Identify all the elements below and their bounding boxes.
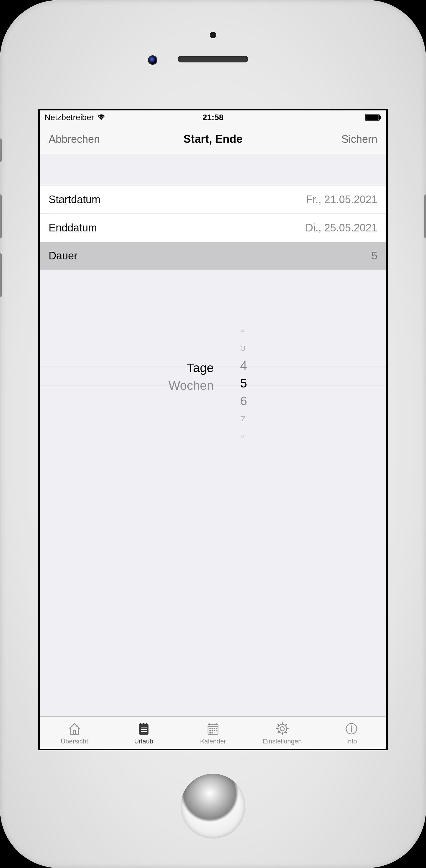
info-icon	[343, 720, 360, 737]
tab-vacation[interactable]: Urlaub	[109, 717, 178, 749]
sensor-dot	[210, 32, 216, 38]
side-button	[0, 138, 2, 162]
end-date-value: Di., 25.05.2021	[305, 222, 377, 234]
tab-label: Urlaub	[134, 738, 153, 745]
tab-label: Übersicht	[61, 738, 88, 745]
picker-number-option[interactable]: 8	[240, 433, 245, 440]
home-button[interactable]	[181, 774, 245, 839]
svg-rect-5	[210, 728, 211, 729]
picker-number-option[interactable]: 6	[240, 392, 247, 410]
tab-calendar[interactable]: Kalender	[178, 717, 247, 749]
cancel-button[interactable]: Abbrechen	[49, 133, 158, 146]
duration-value: 5	[371, 250, 377, 262]
tab-label: Info	[346, 738, 357, 745]
calendar-icon	[205, 720, 221, 737]
side-button	[0, 194, 2, 239]
picker-number-option[interactable]: 4	[240, 357, 247, 374]
nav-bar: Abbrechen Start, Ende Sichern	[40, 125, 386, 154]
tab-label: Kalender	[200, 738, 226, 745]
picker-number-selected[interactable]: 5	[240, 374, 247, 392]
svg-rect-12	[216, 730, 217, 732]
gear-icon	[274, 720, 291, 737]
picker-number-option[interactable]: 3	[240, 342, 246, 354]
side-button	[424, 194, 426, 239]
duration-picker[interactable]: Tage Wochen 2 3 4 5 6 7 8	[40, 320, 386, 432]
svg-rect-14	[212, 732, 213, 734]
picker-number-column[interactable]: 2 3 4 5 6 7 8	[237, 320, 386, 432]
tab-overview[interactable]: Übersicht	[40, 717, 109, 749]
side-button	[0, 253, 2, 298]
svg-point-15	[280, 727, 284, 731]
tab-info[interactable]: Info	[317, 717, 386, 749]
svg-rect-9	[210, 730, 211, 732]
content-area: Startdatum Fr., 21.05.2021 Enddatum Di.,…	[40, 154, 386, 716]
svg-rect-7	[214, 728, 215, 729]
svg-rect-8	[216, 728, 217, 729]
notepad-icon	[135, 720, 152, 737]
end-date-label: Enddatum	[49, 222, 97, 234]
tab-label: Einstellungen	[263, 738, 302, 745]
save-button[interactable]: Sichern	[268, 133, 377, 146]
status-time: 21:58	[40, 113, 386, 122]
picker-unit-selected[interactable]: Tage	[187, 359, 214, 377]
picker-unit-option[interactable]: Wochen	[169, 377, 214, 395]
house-icon	[66, 720, 83, 737]
device-frame: Netzbetreiber 21:58 Abbrechen Start, End…	[0, 0, 426, 868]
end-date-row[interactable]: Enddatum Di., 25.05.2021	[40, 214, 386, 242]
tab-bar: Übersicht Urlaub Kalender Einstellungen	[40, 716, 386, 749]
svg-rect-10	[212, 730, 213, 732]
svg-rect-13	[210, 732, 211, 734]
screen: Netzbetreiber 21:58 Abbrechen Start, End…	[38, 109, 388, 750]
svg-rect-6	[212, 728, 213, 729]
front-camera	[148, 55, 157, 65]
picker-number-option[interactable]: 7	[240, 412, 246, 425]
page-title: Start, Ende	[158, 133, 268, 146]
start-date-value: Fr., 21.05.2021	[306, 193, 377, 206]
picker-number-option[interactable]: 2	[240, 327, 245, 335]
status-bar: Netzbetreiber 21:58	[40, 111, 386, 125]
earpiece-speaker	[178, 56, 248, 62]
tab-settings[interactable]: Einstellungen	[248, 717, 317, 749]
picker-unit-column[interactable]: Tage Wochen	[40, 320, 237, 432]
svg-point-18	[351, 725, 352, 727]
start-date-row[interactable]: Startdatum Fr., 21.05.2021	[40, 185, 386, 214]
duration-label: Dauer	[49, 250, 78, 262]
start-date-label: Startdatum	[49, 193, 100, 206]
svg-rect-11	[214, 730, 215, 732]
duration-row[interactable]: Dauer 5	[40, 242, 386, 270]
svg-point-16	[278, 724, 287, 733]
